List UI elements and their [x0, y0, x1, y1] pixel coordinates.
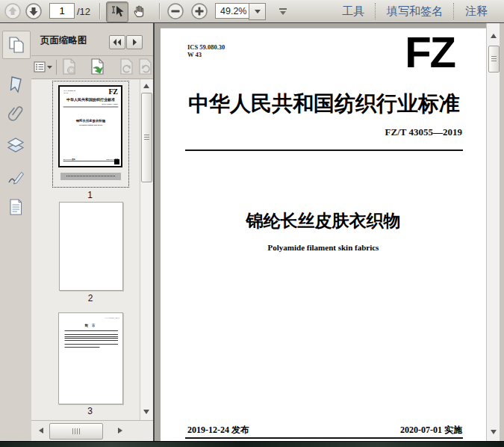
collapse-panel-button[interactable]: [109, 35, 125, 49]
arrow-up-icon: [4, 2, 22, 20]
previous-page-button[interactable]: [4, 2, 22, 20]
mini-standard-name: 中华人民共和国纺织行业标准: [60, 97, 122, 102]
comment-pane-button[interactable]: 注释: [455, 4, 498, 19]
mini-title-cn: 锦纶长丝皮肤衣织物: [60, 119, 122, 123]
panel-toolbar-separator: [56, 60, 57, 75]
delete-pages-button[interactable]: [60, 58, 79, 76]
thumbnail-page-1[interactable]: ICS 59.080.30 W 43 FZ 中华人民共和国纺织行业标准 FZ/T…: [52, 81, 129, 188]
mini-standard-number: FZ/T 43055—2019: [102, 102, 117, 105]
thumbnail-vertical-scrollbar[interactable]: [140, 79, 152, 420]
zoom-dropdown-button[interactable]: [249, 3, 266, 20]
toolbar-separator: [99, 3, 101, 19]
mini-cover: ICS 59.080.30 W 43 FZ 中华人民共和国纺织行业标准 FZ/T…: [60, 87, 122, 166]
scroll-up-button[interactable]: [488, 31, 499, 41]
plus-icon: [190, 2, 208, 20]
mini-foreword: FZ/T 43055—2019 前 言: [59, 313, 122, 404]
signatures-tab[interactable]: [2, 164, 29, 191]
vertical-scroll-thumb[interactable]: [141, 93, 152, 182]
page-number-input[interactable]: [49, 3, 75, 19]
scroll-grip-icon: [72, 428, 80, 434]
scroll-down-button[interactable]: [141, 407, 152, 417]
layers-tab[interactable]: [2, 132, 29, 158]
triangle-up-icon: [143, 84, 149, 88]
document-vertical-scrollbar[interactable]: [486, 23, 500, 441]
signature-pen-icon: [6, 167, 25, 187]
vertical-scroll-thumb[interactable]: [488, 46, 500, 73]
extract-pages-button[interactable]: [89, 58, 108, 76]
triangle-down-icon: [143, 410, 149, 414]
document-title-cn: 锦纶长丝皮肤衣织物: [161, 209, 486, 232]
thumbnail-list: ICS 59.080.30 W 43 FZ 中华人民共和国纺织行业标准 FZ/T…: [31, 79, 153, 420]
chevron-right-icon: [132, 39, 137, 46]
delete-page-icon: [61, 58, 78, 76]
mini-issue-date: 2019-12-24 发布: [63, 158, 75, 160]
arrow-down-icon: [25, 2, 43, 20]
select-cursor-icon: [109, 4, 125, 20]
scroll-up-button[interactable]: [141, 81, 152, 91]
attachments-tab[interactable]: [2, 99, 29, 126]
page-thumbnails-panel: 页面缩略图: [31, 23, 153, 441]
notes-tab[interactable]: [2, 194, 29, 221]
mini-cover-black-square: [114, 159, 119, 164]
main-toolbar: /12 49.2% 工具 填写和签名 注释: [0, 0, 504, 23]
chevron-down-icon: [280, 11, 286, 15]
zoom-in-button[interactable]: [190, 2, 208, 20]
issue-date: 2019-12-24 发布: [187, 424, 249, 437]
thumbnail-horizontal-scrollbar[interactable]: [31, 420, 153, 442]
layers-icon: [6, 135, 25, 155]
mini-publisher-text: [66, 176, 115, 176]
scroll-right-button[interactable]: [115, 425, 125, 436]
mini-text-block-short: [65, 347, 100, 349]
panel-header: 页面缩略图: [31, 23, 153, 56]
task-panes-group: 工具 填写和签名 注释: [332, 0, 498, 22]
chevron-down-icon: [255, 10, 261, 13]
toolbar-separator: [159, 3, 161, 19]
panel-document-divider: [153, 23, 155, 441]
page-green-arrow-icon: [90, 58, 108, 76]
tools-pane-button[interactable]: 工具: [332, 4, 375, 19]
date-row: 2019-12-24 发布 2020-07-01 实施: [187, 424, 462, 437]
bookmark-icon: [6, 75, 25, 94]
select-tool-button[interactable]: [106, 1, 128, 22]
mini-rule: [63, 107, 119, 108]
fill-sign-pane-button[interactable]: 填写和签名: [376, 4, 453, 19]
thumbnail-label-2: 2: [59, 293, 122, 303]
page-thumbnails-tab[interactable]: [2, 31, 31, 59]
page-total-label: /12: [77, 6, 90, 17]
document-view: ICS 59.080.30 W 43 FZ 中华人民共和国纺织行业标准 FZ/T…: [153, 23, 504, 441]
ics-code-line: ICS 59.080.30: [187, 43, 225, 51]
paperclip-icon: [6, 103, 25, 123]
hand-tool-button[interactable]: [129, 1, 150, 21]
ics-code: ICS 59.080.30 W 43: [187, 43, 225, 58]
mini-rule-2: [63, 161, 119, 161]
bookmarks-tab[interactable]: [2, 71, 29, 98]
zoom-out-button[interactable]: [167, 2, 184, 20]
document-notes-icon: [6, 197, 25, 217]
document-page-1[interactable]: ICS 59.080.30 W 43 FZ 中华人民共和国纺织行业标准 FZ/T…: [161, 28, 486, 442]
expand-panel-button[interactable]: [126, 35, 143, 49]
triangle-down-icon: [491, 430, 497, 434]
thumbnail-label-3: 3: [58, 406, 122, 416]
mini-page3-header: FZ/T 43055—2019: [105, 317, 119, 319]
rotate-counterclockwise-button[interactable]: [117, 58, 137, 76]
minus-icon: [167, 2, 184, 20]
rotate-ccw-icon: [119, 58, 135, 76]
more-bar-icon: [279, 8, 287, 10]
options-list-icon: [34, 61, 53, 74]
scroll-left-button[interactable]: [36, 425, 46, 436]
page-thumbnails-icon: [7, 35, 26, 55]
window-right-edge: [500, 23, 504, 441]
footer-rule: [185, 437, 463, 439]
rotate-cw-icon: [137, 58, 154, 76]
thumbnail-options-button[interactable]: [34, 58, 53, 76]
triangle-up-icon: [491, 34, 497, 38]
triangle-left-icon: [39, 428, 43, 434]
thumbnail-page-3[interactable]: FZ/T 43055—2019 前 言: [58, 312, 123, 404]
scroll-down-button[interactable]: [488, 427, 499, 437]
next-page-button[interactable]: [25, 2, 43, 20]
toolbar-more-button[interactable]: [275, 4, 291, 19]
standard-logo: FZ: [405, 33, 455, 72]
thumbnail-page-2[interactable]: [59, 202, 123, 291]
mini-class: W 43: [63, 91, 68, 93]
horizontal-scroll-thumb[interactable]: [49, 423, 103, 440]
